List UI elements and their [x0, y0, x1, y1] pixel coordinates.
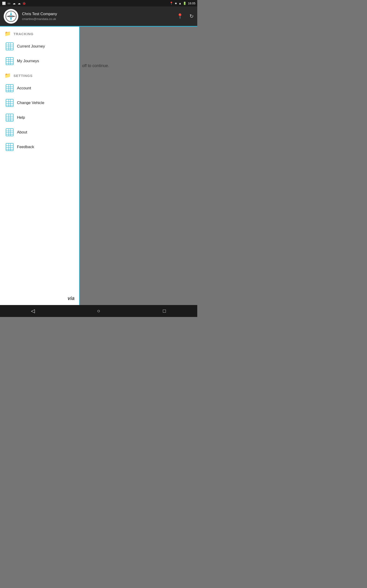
header-left: Chris Test Company cmartino@mandata.co.u…: [4, 9, 57, 24]
svg-rect-15: [6, 57, 13, 65]
svg-rect-35: [6, 114, 13, 121]
via-logo: via: [67, 295, 75, 301]
wifi-icon: ▲: [179, 2, 182, 5]
svg-rect-21: [6, 85, 13, 92]
header-right: 📍 ↻: [177, 13, 194, 19]
status-bar: ⬜ ▭ ☁ ☁ 🐞 📍 ★ ▲ 🔋 16:05: [0, 0, 197, 6]
app-logo: [4, 9, 18, 24]
svg-rect-50: [6, 143, 13, 151]
header-text: Chris Test Company cmartino@mandata.co.u…: [22, 12, 57, 21]
current-journey-label: Current Journey: [17, 44, 45, 49]
change-vehicle-icon: [6, 99, 14, 107]
battery-icon: 🔋: [183, 2, 186, 5]
nav-item-about[interactable]: About: [0, 125, 79, 140]
cloud-icon: ☁: [12, 1, 16, 5]
main-content: off to continue.: [80, 27, 197, 305]
cloud2-icon: ☁: [17, 1, 21, 5]
my-journeys-icon: [6, 57, 14, 65]
refresh-icon[interactable]: ↻: [190, 13, 194, 19]
about-icon: [6, 128, 14, 137]
nav-item-help[interactable]: Help: [0, 110, 79, 125]
current-journey-icon: [6, 42, 14, 51]
recents-icon: □: [163, 308, 166, 314]
tracking-folder-icon: 📁: [5, 31, 11, 37]
account-icon: [6, 84, 14, 92]
nav-item-my-journeys[interactable]: My Journeys: [0, 54, 79, 69]
location-pin-icon[interactable]: 📍: [177, 13, 183, 19]
svg-rect-14: [6, 57, 13, 65]
recents-button[interactable]: □: [158, 306, 171, 316]
status-bar-left: ⬜ ▭ ☁ ☁ 🐞: [2, 1, 26, 5]
svg-rect-36: [6, 114, 13, 121]
svg-rect-42: [6, 129, 13, 136]
settings-section-header: 📁 SETTINGS: [0, 69, 79, 81]
back-icon: ◁: [31, 308, 35, 314]
svg-rect-7: [6, 43, 13, 50]
nav-item-current-journey[interactable]: Current Journey: [0, 39, 79, 54]
user-email: cmartino@mandata.co.uk: [22, 17, 57, 21]
change-vehicle-label: Change Vehicle: [17, 101, 44, 105]
app-header: Chris Test Company cmartino@mandata.co.u…: [0, 6, 197, 27]
tracking-section-label: TRACKING: [14, 32, 33, 36]
settings-section-label: SETTINGS: [14, 74, 33, 78]
about-label: About: [17, 130, 27, 135]
tracking-section-header: 📁 TRACKING: [0, 27, 79, 39]
main-content-text: off to continue.: [82, 63, 109, 68]
help-icon: [6, 113, 14, 122]
nav-item-change-vehicle[interactable]: Change Vehicle: [0, 95, 79, 110]
nav-item-account[interactable]: Account: [0, 81, 79, 95]
tablet-icon: ▭: [7, 1, 11, 5]
bug-icon: 🐞: [22, 1, 26, 5]
status-bar-right: 📍 ★ ▲ 🔋 16:05: [169, 2, 195, 5]
svg-rect-8: [6, 43, 13, 50]
svg-rect-22: [6, 85, 13, 92]
time-display: 16:05: [188, 2, 195, 5]
back-button[interactable]: ◁: [26, 306, 40, 316]
nav-item-feedback[interactable]: Feedback: [0, 140, 79, 154]
home-icon: ○: [97, 308, 100, 314]
screenshot-icon: ⬜: [2, 1, 6, 5]
svg-rect-43: [6, 129, 13, 136]
my-journeys-label: My Journeys: [17, 59, 39, 63]
svg-point-5: [10, 16, 12, 17]
settings-folder-icon: 📁: [5, 73, 11, 78]
help-label: Help: [17, 115, 25, 120]
company-name: Chris Test Company: [22, 12, 57, 16]
bottom-nav-bar: ◁ ○ □: [0, 305, 197, 317]
svg-rect-29: [6, 99, 13, 107]
sidebar: 📁 TRACKING Current Journey My Journeys: [0, 27, 80, 305]
svg-rect-49: [6, 143, 13, 151]
sidebar-footer: via: [0, 292, 79, 305]
account-label: Account: [17, 86, 31, 90]
home-button[interactable]: ○: [92, 306, 106, 316]
svg-rect-28: [6, 99, 13, 107]
location-status-icon: 📍: [169, 2, 173, 5]
feedback-icon: [6, 143, 14, 151]
star-icon: ★: [175, 2, 177, 5]
feedback-label: Feedback: [17, 145, 34, 149]
